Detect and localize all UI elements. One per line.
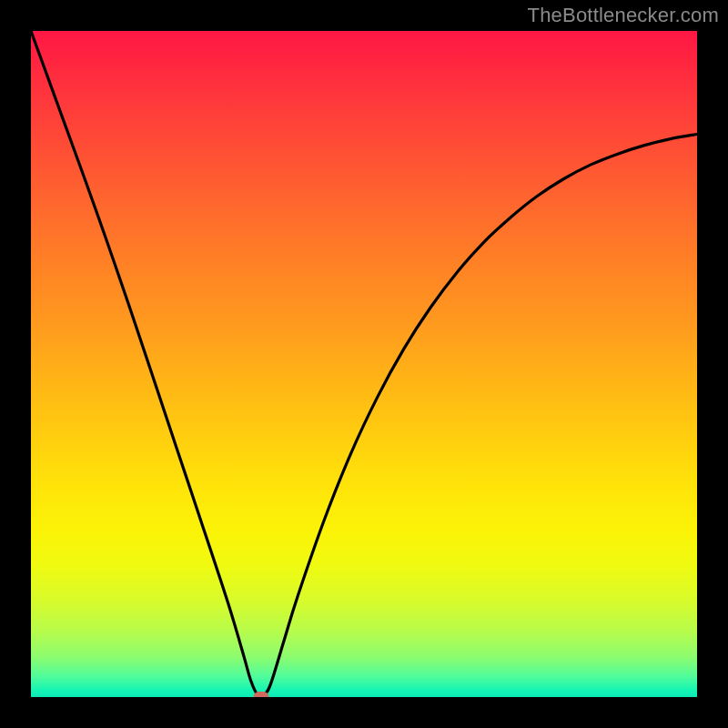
watermark-text: TheBottlenecker.com bbox=[528, 4, 719, 27]
background-gradient bbox=[31, 31, 697, 697]
plot-area bbox=[31, 31, 697, 697]
optimum-marker bbox=[253, 692, 268, 697]
chart-frame: TheBottlenecker.com bbox=[0, 0, 728, 728]
